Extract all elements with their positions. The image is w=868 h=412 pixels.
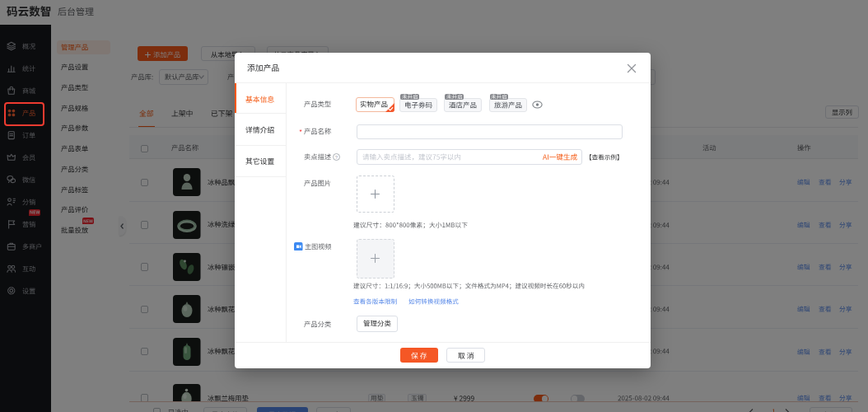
svg-text:?: ? xyxy=(335,154,338,159)
